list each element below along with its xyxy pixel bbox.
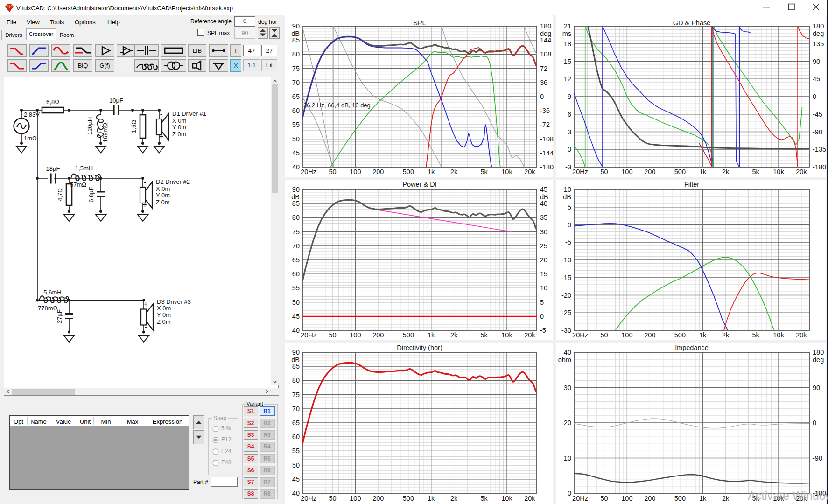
svg-text:200: 200 bbox=[644, 495, 655, 502]
svg-text:30: 30 bbox=[540, 228, 547, 236]
svg-text:0: 0 bbox=[813, 419, 816, 427]
svg-text:200: 200 bbox=[644, 168, 655, 175]
svg-text:2k: 2k bbox=[450, 168, 458, 175]
svg-text:500: 500 bbox=[403, 331, 414, 339]
svg-text:-90: -90 bbox=[813, 128, 822, 136]
svg-text:90: 90 bbox=[292, 22, 300, 30]
svg-text:5: 5 bbox=[568, 203, 571, 211]
svg-text:180: 180 bbox=[813, 22, 824, 30]
svg-text:70: 70 bbox=[292, 79, 300, 86]
svg-text:40: 40 bbox=[540, 200, 547, 207]
svg-text:-45: -45 bbox=[813, 111, 822, 118]
svg-text:10k: 10k bbox=[501, 331, 512, 339]
svg-text:75: 75 bbox=[292, 65, 300, 72]
svg-text:Activate Windows: Activate Windows bbox=[748, 489, 828, 502]
svg-text:20Hz: 20Hz bbox=[301, 168, 316, 175]
svg-text:-30: -30 bbox=[561, 327, 571, 334]
svg-text:15: 15 bbox=[540, 270, 547, 278]
svg-text:45: 45 bbox=[292, 313, 300, 320]
svg-text:21: 21 bbox=[564, 22, 571, 30]
svg-text:2k: 2k bbox=[450, 495, 458, 502]
svg-text:45: 45 bbox=[292, 149, 300, 157]
svg-text:deg: deg bbox=[813, 356, 824, 364]
svg-text:9: 9 bbox=[568, 93, 571, 100]
svg-text:45: 45 bbox=[813, 75, 820, 83]
svg-text:-3: -3 bbox=[565, 163, 571, 171]
svg-text:0: 0 bbox=[540, 313, 544, 320]
svg-text:50: 50 bbox=[329, 495, 337, 502]
svg-text:40: 40 bbox=[292, 490, 300, 497]
svg-text:-144: -144 bbox=[540, 149, 554, 157]
svg-text:-5: -5 bbox=[565, 238, 571, 246]
svg-text:50: 50 bbox=[329, 168, 337, 175]
svg-text:50: 50 bbox=[329, 331, 337, 339]
svg-text:50: 50 bbox=[292, 462, 300, 469]
svg-text:5k: 5k bbox=[481, 495, 488, 502]
svg-text:2k: 2k bbox=[722, 331, 730, 339]
svg-text:80: 80 bbox=[292, 50, 300, 58]
svg-text:45: 45 bbox=[292, 476, 300, 483]
svg-text:90: 90 bbox=[292, 349, 300, 356]
svg-text:20k: 20k bbox=[524, 168, 535, 175]
svg-text:90: 90 bbox=[813, 384, 820, 392]
svg-text:5k: 5k bbox=[481, 168, 488, 175]
svg-text:60: 60 bbox=[292, 107, 300, 114]
svg-text:1k: 1k bbox=[699, 331, 707, 339]
svg-text:50: 50 bbox=[601, 168, 608, 175]
svg-text:20k: 20k bbox=[796, 331, 807, 339]
svg-text:0: 0 bbox=[540, 93, 544, 100]
svg-text:0: 0 bbox=[568, 146, 571, 153]
svg-text:10: 10 bbox=[540, 284, 547, 292]
svg-text:1k: 1k bbox=[428, 331, 435, 339]
svg-text:10: 10 bbox=[564, 186, 571, 193]
svg-text:80: 80 bbox=[292, 377, 300, 384]
svg-text:20Hz: 20Hz bbox=[572, 331, 588, 339]
svg-text:200: 200 bbox=[644, 331, 655, 339]
svg-text:90: 90 bbox=[813, 58, 820, 65]
svg-text:45: 45 bbox=[540, 186, 547, 193]
svg-text:10k: 10k bbox=[501, 495, 512, 502]
svg-text:5k: 5k bbox=[752, 168, 760, 175]
svg-text:1k: 1k bbox=[428, 495, 435, 502]
svg-text:60: 60 bbox=[292, 270, 300, 278]
svg-text:65: 65 bbox=[292, 93, 300, 100]
svg-text:20k: 20k bbox=[524, 331, 535, 339]
svg-text:20k: 20k bbox=[796, 168, 807, 175]
svg-text:50: 50 bbox=[292, 135, 300, 143]
svg-text:72: 72 bbox=[540, 65, 547, 72]
svg-text:-180: -180 bbox=[540, 163, 554, 171]
svg-text:55: 55 bbox=[292, 447, 300, 455]
svg-text:3: 3 bbox=[568, 128, 571, 136]
svg-text:20: 20 bbox=[564, 419, 571, 427]
svg-text:100: 100 bbox=[621, 495, 632, 502]
svg-text:70: 70 bbox=[292, 242, 300, 250]
svg-text:50: 50 bbox=[601, 331, 608, 339]
svg-text:-180: -180 bbox=[813, 163, 826, 171]
svg-text:100: 100 bbox=[621, 168, 632, 175]
svg-text:0: 0 bbox=[568, 221, 571, 229]
svg-text:85: 85 bbox=[292, 200, 300, 207]
svg-text:1k: 1k bbox=[699, 168, 707, 175]
svg-text:75: 75 bbox=[292, 228, 300, 236]
svg-text:1k: 1k bbox=[699, 495, 707, 502]
svg-text:500: 500 bbox=[403, 495, 414, 502]
svg-text:12: 12 bbox=[564, 75, 571, 83]
svg-text:55: 55 bbox=[292, 284, 300, 292]
svg-text:180: 180 bbox=[540, 22, 551, 30]
svg-text:deg: deg bbox=[813, 30, 824, 37]
svg-text:65: 65 bbox=[292, 419, 300, 427]
svg-text:6: 6 bbox=[568, 111, 571, 118]
svg-text:5k: 5k bbox=[481, 331, 488, 339]
svg-text:GD & Phase: GD & Phase bbox=[673, 19, 711, 27]
svg-text:10k: 10k bbox=[501, 168, 512, 175]
svg-text:dB: dB bbox=[563, 193, 571, 201]
svg-text:0: 0 bbox=[813, 93, 816, 100]
svg-text:1k: 1k bbox=[428, 168, 435, 175]
svg-text:40: 40 bbox=[292, 327, 300, 334]
svg-text:ohm: ohm bbox=[558, 356, 571, 364]
svg-text:500: 500 bbox=[674, 331, 686, 339]
svg-text:100: 100 bbox=[350, 331, 361, 339]
svg-text:10k: 10k bbox=[773, 331, 784, 339]
svg-text:18: 18 bbox=[564, 40, 571, 48]
svg-text:-20: -20 bbox=[561, 292, 571, 299]
